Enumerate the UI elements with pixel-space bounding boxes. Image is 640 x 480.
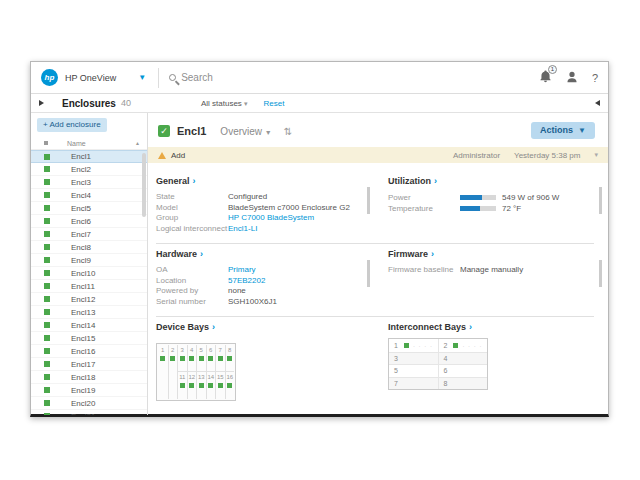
- enclosure-list-item[interactable]: Encl2: [31, 163, 147, 176]
- enclosure-list-item[interactable]: Encl11: [31, 280, 147, 293]
- interconnect-bay-cell[interactable]: 7: [389, 378, 439, 390]
- device-bay-column: 7 15: [215, 345, 225, 399]
- device-bay-cell[interactable]: 13: [197, 372, 206, 399]
- scrollbar-thumb[interactable]: [142, 153, 146, 217]
- field-value: Primary: [228, 265, 256, 276]
- enclosure-list-item[interactable]: Encl20: [31, 397, 147, 410]
- enclosure-list-item[interactable]: Encl7: [31, 228, 147, 241]
- field-value: Encl1-LI: [228, 224, 257, 235]
- collapse-panel-icon[interactable]: [595, 100, 600, 106]
- enclosure-name: Encl14: [71, 321, 95, 330]
- device-bay-cell[interactable]: 7: [216, 345, 225, 372]
- device-bay-cell[interactable]: 2: [169, 345, 178, 372]
- status-ok-icon: [44, 400, 50, 406]
- interconnect-bay-cell[interactable]: 1: [389, 339, 439, 352]
- enclosure-list-item[interactable]: Encl16: [31, 345, 147, 358]
- device-bay-cell[interactable]: [169, 372, 178, 399]
- status-ok-icon: [44, 192, 50, 198]
- reset-link[interactable]: Reset: [264, 99, 285, 108]
- device-bay-cell[interactable]: 4: [188, 345, 197, 372]
- add-enclosure-button[interactable]: + Add enclosure: [37, 118, 107, 132]
- device-bays-grid: 1: [156, 343, 236, 401]
- general-section-link[interactable]: General›: [156, 176, 362, 186]
- search-bar[interactable]: [169, 72, 539, 83]
- device-bays-section-link[interactable]: Device Bays›: [156, 322, 362, 332]
- notifications-button[interactable]: 1: [539, 69, 552, 87]
- interconnect-bay-row: 5 6: [389, 364, 487, 377]
- hardware-section: Hardware› OA Primary Location 57EB: [156, 249, 362, 307]
- actions-button[interactable]: Actions▼: [531, 122, 595, 139]
- enclosure-list-item[interactable]: Encl14: [31, 319, 147, 332]
- interconnect-bay-cell[interactable]: 2: [439, 339, 488, 352]
- detail-row: OA Primary: [156, 265, 362, 276]
- status-ok-icon: [44, 154, 50, 160]
- enclosure-list-item[interactable]: Encl17: [31, 358, 147, 371]
- enclosure-list-item[interactable]: Encl9: [31, 254, 147, 267]
- utilization-section: Utilization› Power 549 W of 906 W: [388, 176, 594, 234]
- bay-number: 13: [197, 372, 206, 380]
- device-bay-cell[interactable]: 11: [178, 372, 187, 399]
- status-ok-icon: [44, 413, 50, 415]
- interconnect-bay-cell[interactable]: 5: [389, 365, 439, 377]
- device-bay-cell[interactable]: 3: [178, 345, 187, 372]
- field-label: OA: [156, 265, 228, 276]
- device-bay-cell[interactable]: 16: [226, 372, 235, 399]
- field-label: Model: [156, 203, 228, 214]
- task-expand-icon[interactable]: ▾: [594, 151, 598, 159]
- device-bay-cell[interactable]: 8: [226, 345, 235, 372]
- expand-panel-icon[interactable]: [39, 100, 44, 106]
- sort-asc-icon[interactable]: ▲: [135, 140, 140, 146]
- help-button[interactable]: ?: [592, 72, 598, 84]
- status-ok-icon: [44, 361, 50, 367]
- status-filter-dropdown[interactable]: All statuses ▾: [201, 99, 248, 108]
- enclosure-list-item[interactable]: Encl8: [31, 241, 147, 254]
- enclosure-list-item[interactable]: Encl6: [31, 215, 147, 228]
- enclosure-name: Encl7: [71, 230, 91, 239]
- enclosure-name: Encl4: [71, 191, 91, 200]
- enclosure-name: Encl16: [71, 347, 95, 356]
- enclosure-list-item[interactable]: Encl12: [31, 293, 147, 306]
- enclosure-list-item[interactable]: Encl21: [31, 410, 147, 415]
- enclosure-list-item[interactable]: Encl19: [31, 384, 147, 397]
- status-column-icon: [44, 141, 48, 145]
- view-selector-dropdown[interactable]: Overview ▼: [220, 126, 271, 137]
- utilization-section-link[interactable]: Utilization›: [388, 176, 594, 186]
- enclosure-list-item[interactable]: Encl4: [31, 189, 147, 202]
- device-bay-cell[interactable]: 15: [216, 372, 225, 399]
- device-bay-cell[interactable]: 14: [207, 372, 216, 399]
- enclosure-list-item[interactable]: Encl13: [31, 306, 147, 319]
- device-bay-cell[interactable]: 5: [197, 345, 206, 372]
- interconnect-bay-cell[interactable]: 4: [439, 353, 488, 365]
- enclosure-list-item[interactable]: Encl5: [31, 202, 147, 215]
- device-bay-cell[interactable]: 6: [207, 345, 216, 372]
- interconnect-bays-section-link[interactable]: Interconnect Bays›: [388, 322, 594, 332]
- firmware-section-link[interactable]: Firmware›: [388, 249, 594, 259]
- device-bay-cell[interactable]: 12: [188, 372, 197, 399]
- interconnect-bay-cell[interactable]: 3: [389, 353, 439, 365]
- device-bay-cell[interactable]: [158, 372, 168, 399]
- bay-status-ok-icon: [218, 356, 223, 361]
- bay-status-ok-icon: [199, 356, 204, 361]
- task-banner[interactable]: Add Administrator Yesterday 5:38 pm ▾: [148, 147, 608, 163]
- main-menu-chevron-icon[interactable]: ▼: [138, 73, 146, 82]
- bay-number: 12: [188, 372, 197, 380]
- list-header: Name ▲: [31, 137, 147, 150]
- interconnect-bay-cell[interactable]: 8: [439, 378, 488, 390]
- device-bay-cell[interactable]: 1: [158, 345, 168, 372]
- name-column-header[interactable]: Name: [67, 140, 86, 147]
- user-button[interactable]: [566, 69, 578, 87]
- interconnect-bay-cell[interactable]: 6: [439, 365, 488, 377]
- enclosure-list-item[interactable]: Encl3: [31, 176, 147, 189]
- enclosure-list-item[interactable]: Encl1: [31, 150, 147, 163]
- map-view-icon[interactable]: ⇅: [284, 126, 292, 137]
- enclosure-name: Encl12: [71, 295, 95, 304]
- enclosure-list-item[interactable]: Encl18: [31, 371, 147, 384]
- task-user: Administrator: [453, 151, 500, 160]
- enclosure-list-item[interactable]: Encl15: [31, 332, 147, 345]
- enclosure-list-item[interactable]: Encl10: [31, 267, 147, 280]
- search-input[interactable]: [181, 72, 401, 83]
- status-ok-icon: [44, 348, 50, 354]
- enclosure-list: Encl1 Encl2 Encl3 Encl4: [31, 150, 147, 415]
- status-ok-icon: [44, 322, 50, 328]
- hardware-section-link[interactable]: Hardware›: [156, 249, 362, 259]
